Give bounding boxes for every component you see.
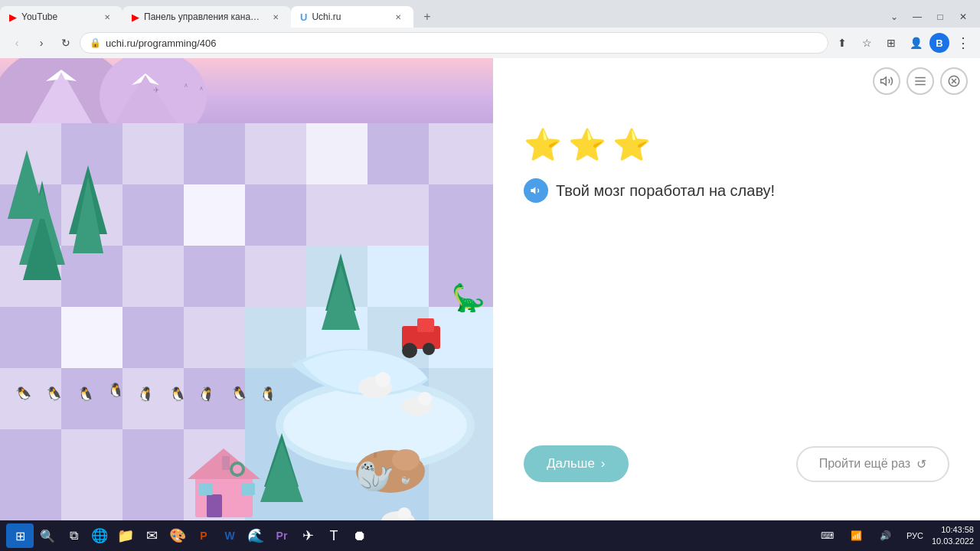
svg-rect-20 [122, 184, 184, 246]
search-taskbar[interactable]: 🔍 [35, 523, 60, 548]
bookmark-icon[interactable]: ☆ [856, 32, 877, 54]
svg-text:∧: ∧ [184, 82, 188, 89]
teams-taskbar[interactable]: T [322, 523, 346, 548]
url-text: uchi.ru/programming/406 [106, 37, 818, 49]
svg-point-86 [402, 343, 417, 358]
tab-youtube-close[interactable]: ✕ [101, 11, 113, 23]
system-icons[interactable]: ⌨ [815, 523, 840, 548]
browser-chrome: ▶ YouTube ✕ ▶ Панель управления каналом … [0, 0, 980, 58]
svg-rect-34 [0, 307, 61, 368]
window-controls: ⌄ — □ ✕ [884, 6, 980, 28]
star-1: ⭐ [524, 127, 562, 163]
svg-rect-37 [184, 307, 245, 368]
tab-channel-close[interactable]: ✕ [270, 11, 282, 23]
extension-icon[interactable]: ⊞ [880, 32, 902, 54]
chrome-taskbar[interactable]: 🌐 [87, 523, 112, 548]
task-view[interactable]: ⧉ [61, 523, 86, 548]
tab-channel[interactable]: ▶ Панель управления каналом - ✕ [122, 6, 291, 28]
uchi-tab-icon: U [300, 11, 307, 23]
date-text: 10.03.2022 [932, 536, 974, 547]
svg-rect-50 [122, 429, 184, 520]
svg-rect-22 [245, 184, 306, 246]
clock[interactable]: 10:43:58 10.03.2022 [932, 524, 974, 548]
forward-button[interactable]: › [31, 32, 52, 54]
svg-marker-101 [881, 77, 887, 86]
tab-uchi-title: Uchi.ru [312, 11, 387, 22]
start-button[interactable]: ⊞ [6, 523, 34, 548]
explorer-taskbar[interactable]: 📁 [113, 523, 138, 548]
svg-marker-108 [531, 187, 535, 194]
svg-rect-16 [368, 123, 429, 184]
svg-rect-15 [306, 123, 368, 184]
cast-icon[interactable]: ⬆ [831, 32, 853, 54]
telegram-taskbar[interactable]: ✈ [296, 523, 320, 548]
svg-rect-78 [241, 483, 255, 495]
taskbar-left: ⊞ 🔍 ⧉ 🌐 📁 ✉ 🎨 P W 🌊 Pr ✈ T ⏺ [6, 523, 372, 548]
sound-control-btn[interactable] [873, 67, 900, 95]
back-button[interactable]: ‹ [6, 32, 28, 54]
star-3: ⭐ [612, 127, 651, 163]
list-control-btn[interactable] [906, 67, 934, 95]
reload-button[interactable]: ↻ [55, 32, 77, 54]
svg-point-55 [392, 449, 420, 471]
svg-point-61 [418, 392, 432, 406]
next-button[interactable]: Дальше › [524, 445, 629, 482]
svg-rect-25 [429, 184, 493, 246]
svg-rect-36 [122, 307, 184, 368]
next-button-label: Дальше [547, 456, 595, 471]
action-buttons: Дальше › Пройти ещё раз ↺ [524, 445, 949, 497]
svg-text:🦕: 🦕 [452, 282, 485, 314]
message-row: Твой мозг поработал на славу! [524, 178, 949, 203]
minimize-btn[interactable]: — [906, 6, 928, 28]
speaker-icon[interactable] [524, 178, 548, 203]
svg-point-76 [233, 465, 242, 474]
account-icon[interactable]: 👤 [905, 32, 926, 54]
svg-rect-27 [61, 246, 122, 307]
svg-rect-11 [61, 123, 122, 184]
success-message: Твой мозг поработал на славу! [556, 182, 775, 200]
svg-point-59 [375, 372, 390, 387]
close-btn[interactable]: ✕ [952, 6, 974, 28]
retry-button[interactable]: Пройти ещё раз ↺ [796, 446, 949, 482]
word-taskbar[interactable]: W [217, 523, 242, 548]
svg-rect-28 [122, 246, 184, 307]
top-controls [873, 67, 968, 95]
svg-rect-85 [417, 318, 434, 332]
profile-button[interactable]: B [929, 33, 949, 53]
lock-icon: 🔒 [90, 37, 101, 48]
svg-rect-12 [122, 123, 184, 184]
svg-rect-77 [199, 483, 213, 495]
svg-rect-79 [222, 456, 230, 470]
lang-text: РУС [906, 531, 923, 540]
tab-uchi[interactable]: U Uchi.ru ✕ [291, 6, 413, 28]
svg-rect-48 [0, 429, 61, 520]
svg-rect-13 [184, 123, 245, 184]
tab-bar: ▶ YouTube ✕ ▶ Панель управления каналом … [0, 0, 980, 28]
svg-rect-35 [61, 307, 122, 368]
edge-taskbar[interactable]: 🌊 [243, 523, 268, 548]
powerpoint-taskbar[interactable]: P [191, 523, 216, 548]
svg-text:🦭: 🦭 [401, 475, 411, 485]
collapse-btn[interactable]: ⌄ [884, 6, 905, 28]
retry-button-label: Пройти ещё раз [819, 457, 910, 471]
svg-text:∧: ∧ [199, 85, 204, 92]
more-button[interactable]: ⋮ [952, 32, 974, 54]
new-tab-button[interactable]: + [416, 6, 438, 28]
record-taskbar[interactable]: ⏺ [348, 523, 372, 548]
close-control-btn[interactable] [940, 67, 968, 95]
volume-icon[interactable]: 🔊 [874, 523, 898, 548]
right-panel: ⭐ ⭐ ⭐ Твой мозг поработал на славу! Даль… [493, 58, 980, 520]
game-panel: ✈ ∧ ∧ [0, 58, 493, 520]
svg-text:🦭: 🦭 [356, 458, 394, 494]
tab-uchi-close[interactable]: ✕ [392, 11, 404, 23]
url-box[interactable]: 🔒 uchi.ru/programming/406 [80, 32, 828, 54]
premiere-taskbar[interactable]: Pr [270, 523, 294, 548]
game-scene: ✈ ∧ ∧ [0, 58, 493, 520]
network-icon[interactable]: 📶 [844, 523, 869, 548]
retry-button-icon: ↺ [916, 457, 926, 471]
mail-taskbar[interactable]: ✉ [139, 523, 164, 548]
tab-youtube[interactable]: ▶ YouTube ✕ [0, 6, 122, 28]
paint-taskbar[interactable]: 🎨 [165, 523, 190, 548]
maximize-btn[interactable]: □ [929, 6, 951, 28]
lang-indicator[interactable]: РУС [903, 523, 927, 548]
